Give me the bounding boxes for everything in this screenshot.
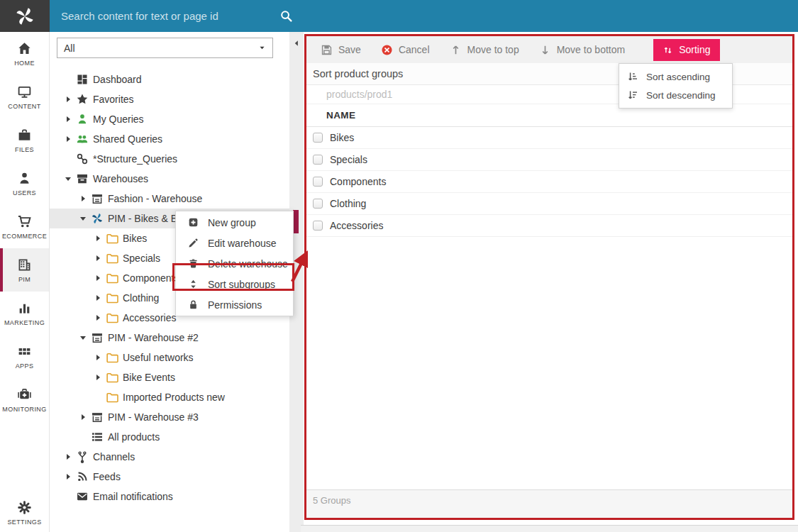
settings-icon bbox=[17, 500, 32, 515]
tree-collapsed-arrow[interactable] bbox=[64, 95, 74, 104]
tree-item-bike-events[interactable]: Bike Events bbox=[50, 367, 289, 387]
row-checkbox[interactable] bbox=[313, 199, 323, 209]
pencil-icon bbox=[188, 238, 199, 248]
tree-collapsed-arrow[interactable] bbox=[94, 314, 104, 323]
move-to-top-button[interactable]: Move to top bbox=[450, 44, 519, 56]
collapse-left-icon[interactable] bbox=[292, 39, 301, 48]
table-row-components[interactable]: Components bbox=[306, 171, 792, 193]
search-input[interactable] bbox=[61, 0, 270, 32]
context-menu-item-delete-warehouse[interactable]: Delete warehouse bbox=[176, 253, 293, 274]
tree-item-dashboard[interactable]: Dashboard bbox=[50, 70, 289, 89]
tree-item-structure-queries[interactable]: *Structure_Queries bbox=[50, 149, 289, 169]
sort-updown-icon bbox=[663, 45, 673, 55]
tree-item-my-queries[interactable]: My Queries bbox=[50, 109, 289, 129]
tree-item-email-notifications[interactable]: Email notifications bbox=[50, 487, 289, 506]
chevron-down-icon bbox=[258, 44, 266, 52]
tree-collapsed-arrow[interactable] bbox=[94, 353, 104, 362]
pinwheel-blue-icon bbox=[91, 212, 104, 225]
menu-item-label: Permissions bbox=[208, 299, 262, 311]
sorting-button[interactable]: Sorting bbox=[653, 39, 719, 61]
tree-expanded-arrow[interactable] bbox=[64, 174, 74, 184]
sort-vertical-icon bbox=[188, 279, 199, 289]
tree-collapsed-arrow[interactable] bbox=[79, 413, 89, 422]
lock-icon bbox=[188, 299, 199, 310]
tree-collapsed-arrow[interactable] bbox=[64, 115, 74, 124]
tree-collapsed-arrow[interactable] bbox=[64, 472, 74, 482]
menu-item-sort-descending[interactable]: Sort descending bbox=[619, 86, 732, 104]
rail-item-files[interactable]: FILES bbox=[0, 118, 49, 162]
table-row-bikes[interactable]: Bikes bbox=[306, 127, 792, 149]
rail-item-settings[interactable]: SETTINGS bbox=[0, 493, 49, 532]
link-icon bbox=[76, 153, 89, 165]
mail-icon bbox=[76, 490, 89, 503]
warehouse-icon bbox=[91, 192, 104, 205]
tree-expanded-arrow[interactable] bbox=[79, 333, 89, 343]
cancel-icon bbox=[381, 44, 393, 56]
tree-collapsed-arrow[interactable] bbox=[64, 453, 74, 462]
tree-collapsed-arrow[interactable] bbox=[94, 294, 104, 303]
rail-item-ecommerce[interactable]: ECOMMERCE bbox=[0, 205, 49, 248]
ecommerce-icon bbox=[17, 214, 32, 229]
tree-item-fashion-warehouse[interactable]: Fashion - Warehouse bbox=[50, 189, 289, 209]
tree-item-warehouses[interactable]: Warehouses bbox=[50, 169, 289, 189]
rail-item-pim[interactable]: PIM bbox=[0, 248, 49, 292]
context-menu-item-permissions[interactable]: Permissions bbox=[176, 294, 293, 315]
box-icon bbox=[76, 172, 89, 185]
rail-item-content[interactable]: CONTENT bbox=[0, 75, 49, 118]
tree-collapsed-arrow[interactable] bbox=[94, 254, 104, 263]
monitoring-icon bbox=[17, 387, 32, 402]
tree-item-pim-warehouse-3[interactable]: PIM - Warehouse #3 bbox=[50, 407, 289, 427]
tree-context-menu: New groupEdit warehouseDelete warehouseS… bbox=[175, 211, 294, 316]
tree-indent-spacer bbox=[64, 155, 74, 164]
search-icon[interactable] bbox=[279, 9, 293, 23]
tree-expanded-arrow[interactable] bbox=[79, 214, 89, 223]
context-menu-item-edit-warehouse[interactable]: Edit warehouse bbox=[176, 233, 293, 253]
tree-item-all-products[interactable]: All products bbox=[50, 427, 289, 447]
tree-collapsed-arrow[interactable] bbox=[79, 194, 89, 204]
cancel-button[interactable]: Cancel bbox=[381, 44, 430, 56]
move-to-bottom-button[interactable]: Move to bottom bbox=[539, 44, 626, 56]
tree-collapsed-arrow[interactable] bbox=[94, 274, 104, 283]
tree-indent-spacer bbox=[64, 75, 74, 84]
branch-icon bbox=[76, 450, 89, 463]
tree-item-feeds[interactable]: Feeds bbox=[50, 467, 289, 487]
rail-item-label: USERS bbox=[13, 189, 36, 196]
rail-item-home[interactable]: HOME bbox=[0, 32, 49, 75]
tree-filter-select[interactable]: All bbox=[57, 38, 273, 58]
tree-indent-spacer bbox=[79, 433, 89, 442]
context-menu-item-new-group[interactable]: New group bbox=[176, 212, 293, 233]
row-checkbox[interactable] bbox=[313, 155, 323, 165]
tree-collapsed-arrow[interactable] bbox=[94, 373, 104, 382]
rail-item-apps[interactable]: APPS bbox=[0, 335, 49, 378]
tree-item-useful-networks[interactable]: Useful networks bbox=[50, 348, 289, 367]
users-icon bbox=[17, 171, 32, 186]
save-button[interactable]: Save bbox=[321, 44, 361, 56]
list-icon bbox=[91, 431, 104, 443]
warehouse-icon bbox=[91, 411, 104, 423]
table-row-accessories[interactable]: Accessories bbox=[306, 215, 792, 237]
table-row-clothing[interactable]: Clothing bbox=[306, 193, 792, 215]
marketing-icon bbox=[17, 301, 32, 316]
rail-item-monitoring[interactable]: MONITORING bbox=[0, 378, 49, 421]
tree-item-shared-queries[interactable]: Shared Queries bbox=[50, 129, 289, 149]
tree-item-channels[interactable]: Channels bbox=[50, 447, 289, 467]
table-row-specials[interactable]: Specials bbox=[306, 149, 792, 171]
tree-collapsed-arrow[interactable] bbox=[94, 234, 104, 243]
row-checkbox[interactable] bbox=[313, 221, 323, 231]
rail-item-label: PIM bbox=[18, 276, 31, 283]
tree-item-pim-warehouse-2[interactable]: PIM - Warehouse #2 bbox=[50, 328, 289, 348]
tree-item-imported-products-new[interactable]: Imported Products new bbox=[50, 387, 289, 407]
menu-item-sort-ascending[interactable]: Sort ascending bbox=[619, 67, 732, 86]
rail-item-marketing[interactable]: MARKETING bbox=[0, 292, 49, 335]
row-checkbox[interactable] bbox=[313, 177, 323, 187]
rail-item-users[interactable]: USERS bbox=[0, 162, 49, 205]
tree-collapsed-arrow[interactable] bbox=[64, 135, 74, 144]
tree-item-label: Feeds bbox=[93, 471, 121, 482]
row-checkbox[interactable] bbox=[313, 133, 323, 143]
app-logo[interactable] bbox=[0, 0, 50, 32]
user-green-icon bbox=[76, 113, 89, 126]
tree-item-favorites[interactable]: Favorites bbox=[50, 89, 289, 109]
context-menu-item-sort-subgroups[interactable]: Sort subgroups bbox=[176, 274, 293, 294]
tree-indent-spacer bbox=[64, 492, 74, 501]
group-name: Accessories bbox=[330, 220, 383, 231]
